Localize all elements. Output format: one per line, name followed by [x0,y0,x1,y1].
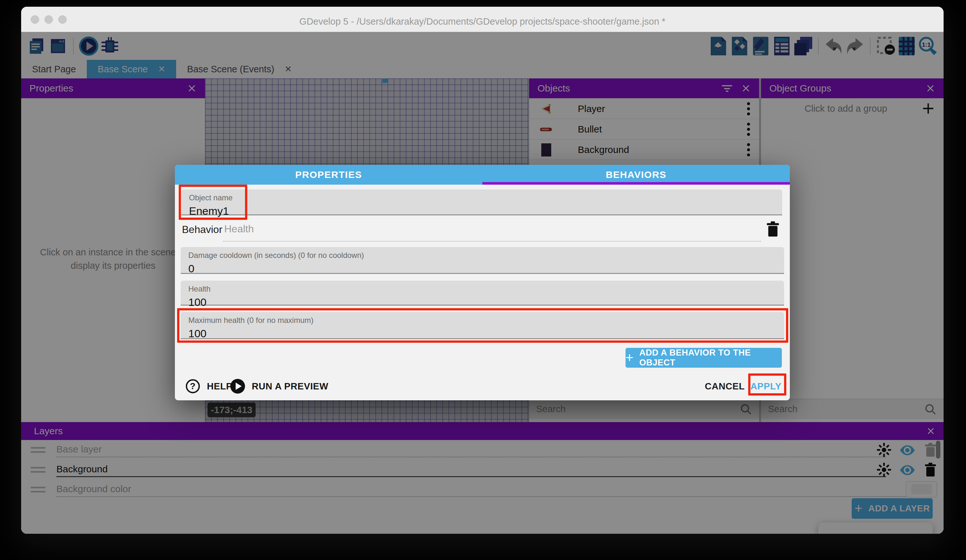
cancel-label: CANCEL [705,381,745,392]
titlebar: GDevelop 5 - /Users/dkarakay/Documents/G… [21,7,944,32]
add-behavior-button[interactable]: + ADD A BEHAVIOR TO THE OBJECT [626,348,782,368]
annotation-apply-box [748,373,786,396]
dialog-tab-label: PROPERTIES [295,169,362,180]
run-preview-label: RUN A PREVIEW [252,381,328,392]
dialog-tabbar: PROPERTIES BEHAVIORS [175,165,790,185]
behavior-name-underline [223,241,761,242]
annotation-object-name-box [179,185,247,220]
active-tab-indicator [482,182,790,185]
window-title: GDevelop 5 - /Users/dkarakay/Documents/G… [21,16,944,27]
help-button[interactable]: ? HELP [185,377,233,395]
run-preview-button[interactable]: RUN A PREVIEW [230,377,328,395]
damage-cooldown-field[interactable]: Damage cooldown (in seconds) (0 for no c… [181,247,784,274]
help-circle-icon: ? [185,378,200,394]
damage-cooldown-label: Damage cooldown (in seconds) (0 for no c… [188,251,776,260]
dialog-tab-behaviors[interactable]: BEHAVIORS [482,165,790,185]
object-name-field-label: Object name [189,193,774,202]
add-behavior-label: ADD A BEHAVIOR TO THE OBJECT [639,348,782,368]
delete-behavior-trash-icon[interactable] [766,221,780,237]
help-label: HELP [207,381,233,392]
screenshot-root: GDevelop 5 - /Users/dkarakay/Documents/G… [0,0,966,560]
dialog-tab-label: BEHAVIORS [606,169,667,180]
damage-cooldown-value: 0 [188,262,776,275]
dialog-tab-properties[interactable]: PROPERTIES [175,165,482,185]
play-circle-icon [230,378,245,394]
health-value: 100 [188,296,776,308]
health-field[interactable]: Health 100 [181,281,784,306]
object-name-field[interactable]: Object name Enemy1 [181,190,782,215]
object-name-field-value: Enemy1 [189,205,774,217]
object-editor-dialog: PROPERTIES BEHAVIORS Object name Enemy1 … [175,165,790,400]
svg-text:?: ? [190,381,196,391]
annotation-maximum-health-box [177,308,788,343]
behavior-row-label: Behavior [182,224,222,236]
app-window: GDevelop 5 - /Users/dkarakay/Documents/G… [21,7,944,534]
health-label: Health [188,285,776,293]
behavior-name-input[interactable]: Health [224,223,254,235]
cancel-button[interactable]: CANCEL [705,377,745,395]
